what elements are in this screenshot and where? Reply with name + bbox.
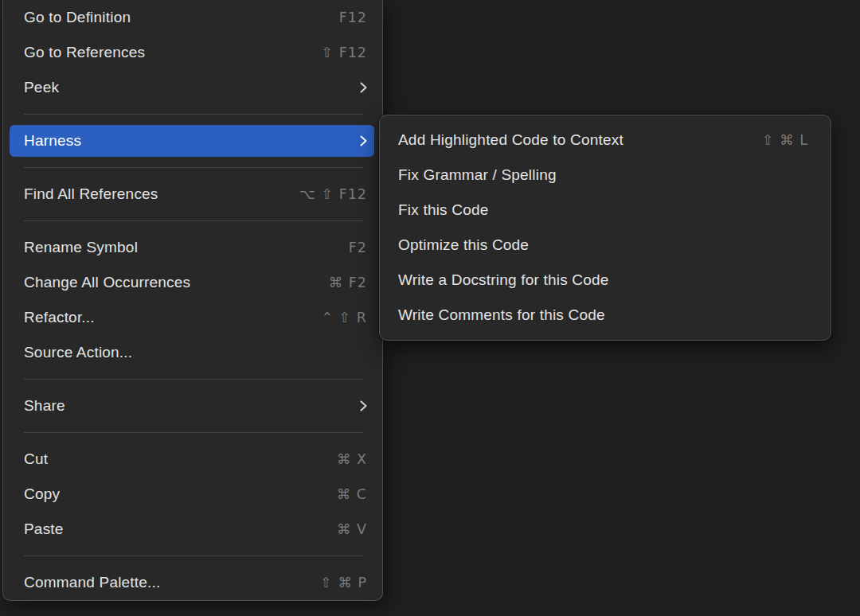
menu-item-copy[interactable]: Copy ⌘ C [3,477,382,512]
menu-item-harness[interactable]: Harness [10,125,374,157]
menu-separator [24,167,363,168]
menu-item-label: Fix Grammar / Spelling [398,166,808,184]
menu-item-refactor[interactable]: Refactor... ⌃ ⇧ R [3,300,382,335]
menu-item-label: Rename Symbol [24,239,349,256]
menu-item-label: Refactor... [24,309,321,326]
menu-item-label: Add Highlighted Code to Context [398,131,762,149]
menu-item-shortcut: F12 [339,10,367,25]
menu-item-label: Write a Docstring for this Code [398,271,808,289]
menu-item-label: Share [24,397,360,415]
menu-item-label: Change All Occurrences [24,274,329,291]
menu-item-label: Cut [24,450,337,468]
menu-item-peek[interactable]: Peek [3,70,382,105]
menu-separator [24,379,363,380]
menu-item-label: Fix this Code [398,201,808,219]
menu-item-go-to-references[interactable]: Go to References ⇧ F12 [3,35,382,70]
menu-item-command-palette[interactable]: Command Palette... ⇧ ⌘ P [3,565,382,600]
menu-item-label: Write Comments for this Code [398,306,808,324]
menu-item-shortcut: ⇧ ⌘ P [320,575,367,591]
submenu-item-optimize-this-code[interactable]: Optimize this Code [380,228,831,263]
menu-separator [24,114,363,115]
menu-item-label: Copy [24,485,337,503]
menu-item-shortcut: ⌘ F2 [329,275,367,290]
submenu-item-fix-grammar-spelling[interactable]: Fix Grammar / Spelling [380,158,831,193]
chevron-right-icon [360,82,367,93]
submenu-item-write-comments-for-this-code[interactable]: Write Comments for this Code [380,298,831,333]
menu-item-shortcut: ⌘ X [337,451,367,467]
menu-item-label: Find All References [24,185,299,203]
menu-item-shortcut: ⌘ C [337,486,367,502]
editor-background: Go to Definition F12 Go to References ⇧ … [0,0,860,616]
menu-separator [24,220,363,221]
chevron-right-icon [360,400,367,411]
submenu-item-add-highlighted-code-to-context[interactable]: Add Highlighted Code to Context ⇧ ⌘ L [380,123,831,158]
menu-item-find-all-references[interactable]: Find All References ⌥ ⇧ F12 [3,177,382,212]
menu-item-label: Go to Definition [24,9,339,26]
menu-item-go-to-definition[interactable]: Go to Definition F12 [3,0,382,35]
menu-separator [24,556,363,556]
menu-item-label: Command Palette... [24,574,320,591]
submenu-item-write-a-docstring-for-this-code[interactable]: Write a Docstring for this Code [380,263,831,298]
editor-context-menu: Go to Definition F12 Go to References ⇧ … [2,0,383,601]
menu-item-source-action[interactable]: Source Action... [3,335,382,370]
menu-item-label: Go to References [24,44,321,61]
menu-item-share[interactable]: Share [3,388,382,423]
menu-item-label: Peek [24,79,360,96]
harness-submenu: Add Highlighted Code to Context ⇧ ⌘ L Fi… [379,115,831,341]
menu-item-label: Source Action... [24,344,367,361]
menu-item-label: Optimize this Code [398,236,808,254]
submenu-item-fix-this-code[interactable]: Fix this Code [380,193,831,228]
menu-item-shortcut: ⌃ ⇧ R [321,310,367,326]
menu-separator [24,432,363,433]
chevron-right-icon [360,135,367,146]
menu-item-shortcut: ⇧ F12 [321,45,367,60]
menu-item-shortcut: ⌥ ⇧ F12 [299,186,367,202]
menu-item-cut[interactable]: Cut ⌘ X [3,442,382,477]
menu-item-shortcut: ⌘ V [337,521,367,537]
menu-item-paste[interactable]: Paste ⌘ V [3,512,382,547]
menu-item-shortcut: ⇧ ⌘ L [762,132,808,148]
menu-item-rename-symbol[interactable]: Rename Symbol F2 [3,230,382,265]
menu-item-label: Harness [24,132,360,150]
menu-item-label: Paste [24,520,337,538]
menu-item-shortcut: F2 [349,240,367,255]
menu-item-change-all-occurrences[interactable]: Change All Occurrences ⌘ F2 [3,265,382,300]
